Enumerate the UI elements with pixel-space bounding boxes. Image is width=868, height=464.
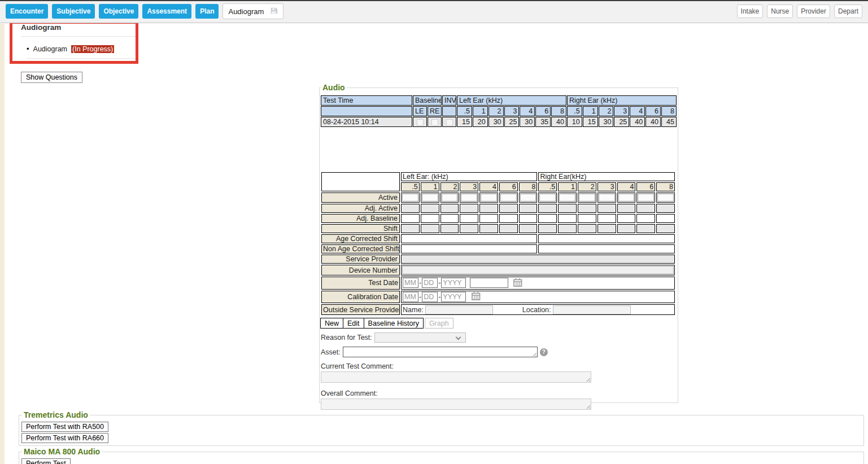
- current-test-comment-textarea[interactable]: [321, 371, 591, 383]
- threshold-value-cell: 10: [567, 117, 582, 127]
- grid-cell: [421, 204, 439, 213]
- audio-history-table: Test Time Baseline INV Left Ear (kHz) Ri…: [320, 95, 677, 128]
- grid-cell: [538, 214, 557, 223]
- row-label: Shift: [321, 224, 400, 233]
- test-date-year-input[interactable]: [441, 278, 466, 288]
- grid-cell: [617, 204, 636, 213]
- test-date-month-input[interactable]: [403, 278, 418, 288]
- threshold-value-cell: 15: [457, 117, 472, 127]
- resize-handle: [585, 377, 590, 382]
- grid-cell: [597, 214, 616, 223]
- baseline-history-button[interactable]: Baseline History: [364, 318, 424, 329]
- window-top-edge: [0, 0, 868, 1]
- grid-cell: [440, 214, 459, 223]
- col-baseline: Baseline: [413, 95, 442, 106]
- calibration-date-month-input[interactable]: [403, 292, 418, 302]
- grid-cell: [499, 214, 518, 223]
- grid-cell: [597, 224, 616, 233]
- test-date-day-input[interactable]: [422, 278, 438, 288]
- grid-cell: [578, 204, 596, 213]
- test-date-row: Test Date --: [321, 277, 675, 290]
- current-test-comment-label: Current Test Comment:: [321, 362, 394, 370]
- calendar-icon[interactable]: [513, 278, 522, 288]
- shift-row: Shift: [321, 224, 675, 233]
- freq-header-cell: 6: [636, 182, 655, 191]
- calendar-icon[interactable]: [472, 292, 481, 302]
- freq-header-cell: 3: [597, 182, 616, 191]
- active-threshold-input: [461, 194, 477, 202]
- right-ear-header: Right Ear(kHz): [538, 172, 675, 181]
- grid-cell: [578, 224, 596, 233]
- grid-cell: [558, 224, 577, 233]
- freq-header-cell: 2: [488, 106, 504, 116]
- baseline-re-checkbox: [431, 119, 438, 126]
- asset-input[interactable]: [343, 347, 538, 357]
- grid-cell: [460, 214, 478, 223]
- test-time-input[interactable]: [470, 278, 508, 288]
- nav-button-encounter[interactable]: Encounter: [6, 4, 48, 19]
- grid-cell: [401, 224, 420, 233]
- threshold-value-cell: 40: [630, 117, 645, 127]
- grid-cell: [578, 214, 596, 223]
- grid-cell: [538, 224, 557, 233]
- maico-ma800-audio-fieldset: Maico MA 800 Audio Perform Test: [19, 447, 864, 464]
- freq-header-cell: 2: [578, 182, 596, 191]
- edit-button[interactable]: Edit: [343, 318, 364, 329]
- row-label: Calibration Date: [321, 291, 400, 304]
- help-icon[interactable]: ?: [540, 348, 548, 356]
- nav-button-subjective[interactable]: Subjective: [52, 4, 95, 19]
- freq-header-cell: 1: [421, 182, 439, 191]
- active-row: Active: [321, 192, 675, 203]
- stage-button-provider[interactable]: Provider: [797, 5, 830, 18]
- active-threshold-input: [559, 194, 575, 202]
- freq-header-cell: 2: [599, 106, 614, 116]
- audio-legend: Audio: [321, 83, 347, 92]
- active-threshold-input: [442, 194, 458, 202]
- grid-cell: [519, 204, 538, 213]
- new-button[interactable]: New: [320, 318, 343, 329]
- col-test-time: Test Time: [321, 95, 412, 106]
- col-le: LE: [413, 106, 427, 116]
- graph-button: Graph: [425, 318, 453, 329]
- grid-cell: [538, 204, 557, 213]
- grid-cell: [656, 204, 675, 213]
- nav-button-objective[interactable]: Objective: [99, 4, 138, 19]
- calibration-date-row: Calibration Date --: [321, 291, 675, 304]
- calibration-date-day-input[interactable]: [422, 292, 438, 302]
- show-questions-button[interactable]: Show Questions: [21, 72, 82, 83]
- stage-button-nurse[interactable]: Nurse: [767, 5, 793, 18]
- age-corrected-left-cell: [401, 234, 537, 243]
- perform-test-ra660-button[interactable]: Perform Test with RA660: [21, 433, 108, 443]
- overall-comment-textarea[interactable]: [321, 399, 591, 410]
- active-threshold-input: [422, 194, 438, 202]
- device-number-input: [402, 266, 674, 274]
- perform-test-ra500-button[interactable]: Perform Test with RA500: [21, 422, 108, 432]
- threshold-value-cell: 45: [661, 117, 677, 127]
- adj-baseline-row: Adj. Baseline: [321, 214, 675, 223]
- nav-button-plan[interactable]: Plan: [195, 4, 219, 19]
- stage-button-depart[interactable]: Depart: [834, 5, 862, 18]
- calibration-date-year-input[interactable]: [441, 292, 466, 302]
- tab-audiogram-label: Audiogram: [228, 7, 264, 16]
- audiogram-in-progress-item[interactable]: • Audiogram (In Progress): [27, 45, 138, 59]
- row-label: Device Number: [321, 265, 400, 275]
- nav-button-assessment[interactable]: Assessment: [142, 4, 191, 19]
- save-icon[interactable]: [270, 7, 278, 16]
- outside-service-provider-row: Outside Service Provider Name: Location:: [321, 304, 675, 315]
- freq-header-cell: .5: [401, 182, 420, 191]
- threshold-value-cell: 40: [551, 117, 566, 127]
- grid-cell: [656, 224, 675, 233]
- active-threshold-input: [638, 194, 654, 202]
- freq-header-cell: .5: [457, 106, 472, 116]
- perform-test-button[interactable]: Perform Test: [21, 458, 71, 464]
- active-threshold-input: [520, 194, 536, 202]
- adj-active-row: Adj. Active: [321, 204, 675, 213]
- freq-header-cell: 2: [440, 182, 459, 191]
- left-ear-header: Left Ear: (kHz): [401, 172, 537, 181]
- history-test-row[interactable]: 08-24-2015 10:14 15203025303540 10153025…: [321, 117, 677, 127]
- threshold-value-cell: 30: [520, 117, 535, 127]
- tab-audiogram[interactable]: Audiogram: [223, 3, 283, 19]
- reason-for-test-select[interactable]: [374, 332, 466, 343]
- threshold-value-cell: 30: [488, 117, 504, 127]
- stage-button-intake[interactable]: Intake: [737, 5, 764, 18]
